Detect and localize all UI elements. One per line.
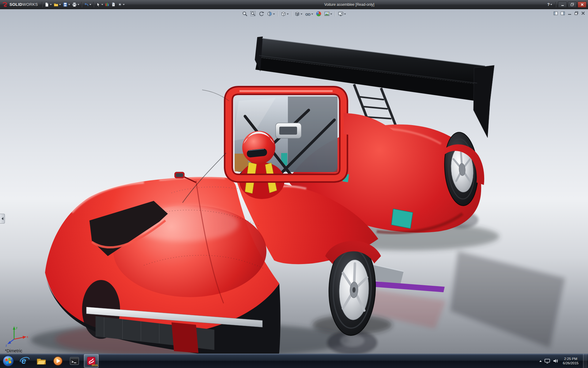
clock-date: 6/26/2015 — [563, 361, 579, 365]
view-settings-icon — [338, 11, 344, 17]
save-floppy-icon — [63, 2, 68, 7]
select-cursor-icon — [96, 2, 101, 7]
options-button[interactable] — [117, 1, 126, 8]
zoom-to-fit-icon — [242, 11, 248, 17]
volume-tray-icon[interactable] — [553, 358, 558, 363]
view-orientation-button[interactable] — [280, 10, 290, 17]
airbox-intake[interactable] — [276, 123, 301, 138]
close-icon — [581, 3, 584, 6]
help-glyph: ? — [547, 2, 550, 7]
solidworks-window: SOLIDWORKS — [0, 0, 588, 368]
new-document-button[interactable] — [43, 1, 53, 8]
taskbar-item-media-player[interactable] — [51, 355, 65, 367]
taskbar-item-solidworks[interactable]: 2015 — [84, 354, 99, 368]
dassault-3ds-logo-icon — [2, 2, 8, 8]
dropdown-caret[interactable] — [330, 13, 332, 15]
dropdown-caret[interactable] — [311, 13, 313, 15]
select-button[interactable] — [95, 1, 104, 8]
chevron-left-icon — [2, 217, 3, 220]
save-button[interactable] — [62, 1, 71, 8]
task-pane-left-icon — [553, 11, 558, 16]
open-button[interactable] — [53, 1, 62, 8]
dropdown-caret[interactable] — [301, 13, 303, 15]
folder-icon — [36, 356, 47, 366]
document-window-controls — [553, 10, 586, 16]
dropdown-caret[interactable] — [77, 4, 79, 5]
heads-up-view-toolbar — [241, 10, 347, 17]
show-hidden-icons-button[interactable] — [539, 360, 542, 362]
appearance-swatch-button[interactable] — [104, 1, 110, 8]
zoom-to-fit-button[interactable] — [241, 10, 249, 17]
undo-button[interactable] — [83, 1, 92, 8]
task-pane-right-button[interactable] — [560, 10, 565, 16]
taskbar-clock[interactable]: 2:25 PM 6/26/2015 — [561, 357, 580, 365]
driver-helmet — [242, 131, 275, 164]
toolbar-separator — [81, 2, 82, 7]
taskbar-item-internet-explorer[interactable]: e — [18, 355, 32, 367]
view-orientation-label: *Dimetric — [5, 348, 22, 353]
dropdown-caret[interactable] — [59, 4, 61, 5]
restore-icon — [571, 3, 574, 6]
display-style-icon — [295, 11, 300, 17]
graphics-area[interactable]: y x z *Dimetric — [0, 9, 588, 354]
hide-show-glasses-icon — [305, 11, 311, 17]
section-view-button[interactable] — [266, 10, 276, 17]
show-desktop-button[interactable] — [583, 354, 587, 368]
model-canvas[interactable] — [0, 9, 588, 354]
apply-scene-button[interactable] — [323, 10, 333, 17]
taskbar-item-windows-explorer[interactable] — [34, 355, 48, 367]
doc-minimize-button[interactable] — [567, 10, 572, 16]
dropdown-caret[interactable] — [344, 13, 346, 15]
section-view-icon — [267, 11, 273, 17]
start-button[interactable] — [1, 355, 15, 367]
minimize-button[interactable] — [558, 2, 567, 8]
dropdown-caret[interactable] — [123, 4, 125, 5]
sidepod-teal-panel[interactable] — [391, 209, 413, 228]
previous-view-icon — [259, 11, 264, 17]
toolbar-separator — [278, 11, 278, 17]
triad-x-label: x — [27, 335, 28, 339]
document-title: Voiture assemblee [Read-only] — [324, 0, 374, 9]
dropdown-caret[interactable] — [50, 4, 52, 5]
minimize-icon — [561, 3, 564, 6]
apply-scene-icon — [324, 11, 330, 17]
app-name: SOLIDWORKS — [9, 2, 38, 7]
undo-arrow-icon — [84, 2, 89, 7]
toolbar-separator — [93, 2, 94, 7]
open-folder-icon — [54, 2, 58, 7]
dropdown-caret[interactable] — [101, 4, 103, 5]
close-button[interactable] — [578, 2, 586, 8]
zoom-to-area-icon — [251, 11, 256, 17]
help-button[interactable]: ? — [546, 2, 553, 7]
dropdown-caret[interactable] — [287, 13, 289, 15]
triad-z-label: z — [6, 344, 7, 347]
dropdown-caret[interactable] — [273, 13, 275, 15]
doc-close-button[interactable] — [581, 10, 586, 16]
toolbar-separator — [292, 11, 292, 17]
task-pane-left-button[interactable] — [553, 10, 558, 16]
orientation-triad: y x z — [5, 325, 29, 347]
dropdown-caret[interactable] — [68, 4, 70, 5]
file-properties-button[interactable] — [110, 1, 117, 8]
view-orientation-cube-icon — [281, 11, 286, 17]
dropdown-caret[interactable] — [550, 4, 552, 5]
new-document-icon — [44, 2, 49, 7]
windows-start-orb-icon — [2, 355, 14, 367]
doc-restore-button[interactable] — [574, 10, 579, 16]
doc-close-icon — [581, 11, 585, 15]
view-settings-button[interactable] — [337, 10, 347, 17]
zoom-to-area-button[interactable] — [250, 10, 257, 17]
toolbar-separator — [42, 2, 42, 7]
taskbar-item-command-prompt[interactable] — [67, 355, 81, 367]
print-button[interactable] — [71, 1, 80, 8]
windows-taskbar: e — [0, 354, 588, 368]
display-style-button[interactable] — [294, 10, 303, 17]
featuremanager-collapse-tab[interactable] — [0, 214, 5, 224]
previous-view-button[interactable] — [258, 10, 265, 17]
dropdown-caret[interactable] — [89, 4, 91, 5]
hide-show-items-button[interactable] — [304, 10, 314, 17]
restore-button[interactable] — [568, 2, 577, 8]
edit-appearance-button[interactable] — [315, 10, 322, 17]
doc-restore-icon — [574, 11, 579, 15]
display-tray-icon[interactable] — [545, 358, 550, 363]
